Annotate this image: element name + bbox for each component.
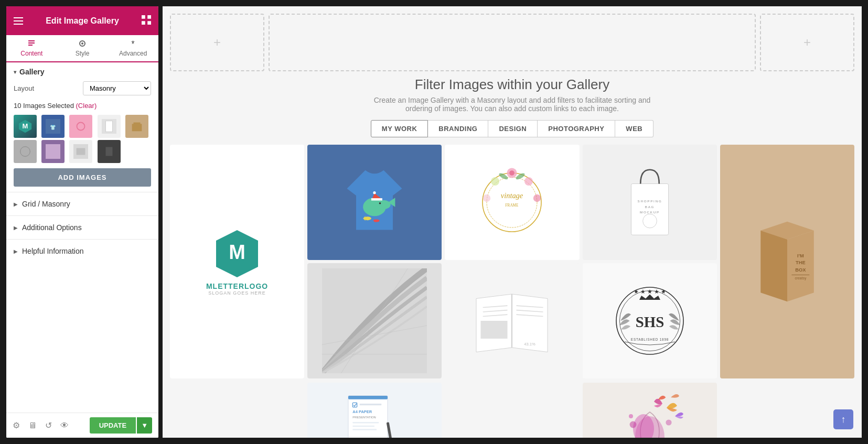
- thumb-9[interactable]: [98, 140, 121, 163]
- gallery-item-tshirt[interactable]: [307, 145, 442, 260]
- thumb-7[interactable]: [41, 140, 65, 163]
- svg-point-28: [377, 200, 391, 210]
- tab-advanced[interactable]: Advanced: [108, 35, 158, 61]
- thumb-3[interactable]: [69, 115, 92, 138]
- gallery-grid: M MLETTERLOGO SLOGAN GOES HERE: [163, 145, 862, 386]
- clear-link[interactable]: (Clear): [76, 102, 97, 110]
- svg-point-101: [629, 421, 636, 428]
- gallery-section-label: Gallery: [19, 68, 44, 76]
- svg-text:SHOPPING: SHOPPING: [637, 199, 662, 203]
- filter-tabs: MY WORK BRANDING DESIGN PHOTOGRAPHY WEB: [163, 120, 862, 145]
- gallery-grid-row2: A4 PAPER PRESENTATION: [163, 383, 862, 438]
- filter-heading: Filter Images within your Gallery: [173, 77, 851, 93]
- thumb-8[interactable]: [69, 140, 92, 163]
- svg-rect-13: [105, 121, 112, 132]
- thumb-1[interactable]: M: [14, 115, 37, 138]
- gallery-item-vintage[interactable]: vintage FRAME: [445, 145, 579, 260]
- thumb-5[interactable]: [125, 115, 148, 138]
- add-images-button[interactable]: ADD IMAGES: [14, 168, 151, 187]
- svg-rect-1: [147, 15, 151, 19]
- footer-icons: ⚙ 🖥 ↺ 👁: [13, 420, 69, 430]
- sidebar-title: Edit Image Gallery: [46, 16, 119, 26]
- svg-rect-32: [371, 198, 382, 200]
- undo-icon[interactable]: ↺: [45, 420, 52, 430]
- thumb-4[interactable]: [98, 115, 121, 138]
- filter-tab-photography[interactable]: PHOTOGRAPHY: [538, 120, 615, 137]
- placeholder-center: [269, 14, 756, 71]
- svg-text:ESTABLISHED 1898: ESTABLISHED 1898: [631, 338, 669, 341]
- svg-text:vintage: vintage: [501, 191, 523, 200]
- tab-style[interactable]: Style: [57, 35, 108, 61]
- svg-text:M: M: [229, 241, 245, 263]
- svg-point-43: [524, 177, 533, 186]
- svg-rect-16: [133, 123, 140, 125]
- placeholder-right[interactable]: +: [760, 14, 854, 71]
- gallery-item-arch[interactable]: [307, 263, 442, 378]
- svg-text:MOCKUP: MOCKUP: [640, 210, 660, 214]
- svg-text:PRESENTATION: PRESENTATION: [353, 416, 376, 419]
- svg-rect-19: [46, 144, 60, 159]
- svg-point-33: [373, 191, 376, 194]
- update-button[interactable]: UPDATE: [90, 417, 136, 434]
- gallery-item-bag[interactable]: SHOPPING BAG MOCKUP: [583, 145, 717, 260]
- tab-content[interactable]: Content: [6, 35, 57, 62]
- svg-rect-3: [147, 21, 151, 25]
- additional-options-arrow-icon: ▶: [14, 225, 18, 231]
- svg-point-5: [81, 42, 83, 45]
- thumb-6[interactable]: [14, 140, 37, 163]
- svg-rect-85: [348, 396, 388, 399]
- helpful-info-section: ▶ Helpful Information: [6, 239, 158, 263]
- grid-masonry-section: ▶ Grid / Masonry: [6, 192, 158, 215]
- desktop-icon[interactable]: 🖥: [28, 421, 37, 430]
- filter-subtext: Create an Image Gallery with a Masonry l…: [366, 96, 659, 113]
- gallery-item-book[interactable]: 43.1%: [445, 263, 579, 378]
- additional-options-label: Additional Options: [22, 223, 82, 232]
- layout-label: Layout: [14, 84, 34, 92]
- settings-icon[interactable]: ⚙: [13, 420, 20, 430]
- grid-masonry-arrow-icon: ▶: [14, 201, 18, 207]
- gallery-section-content: Layout Masonry Grid Justified 10 Images …: [6, 81, 158, 192]
- update-dropdown-button[interactable]: ▼: [137, 417, 152, 434]
- filter-tab-branding[interactable]: BRANDING: [428, 120, 488, 137]
- svg-point-102: [629, 414, 633, 418]
- gallery-item-paper[interactable]: A4 PAPER PRESENTATION: [307, 383, 442, 438]
- helpful-info-header[interactable]: ▶ Helpful Information: [6, 240, 158, 263]
- scroll-to-top-button[interactable]: ↑: [833, 409, 853, 429]
- filter-tab-design[interactable]: DESIGN: [488, 120, 538, 137]
- gallery-item-badge[interactable]: ★ ★ ★ ★ ★ SHS ESTABLISHED 1898: [583, 263, 717, 378]
- placeholder-left[interactable]: +: [170, 14, 264, 71]
- images-selected-text: 10 Images Selected: [14, 102, 74, 110]
- top-placeholder-row: + +: [163, 6, 862, 71]
- sidebar-tabs: Content Style Advanced: [6, 35, 158, 62]
- grid-icon[interactable]: [142, 15, 151, 27]
- gallery-item-logo[interactable]: M MLETTERLOGO SLOGAN GOES HERE: [170, 145, 304, 378]
- main-content: + + Filter Images within your Gallery Cr…: [163, 6, 862, 438]
- filter-tab-mywork[interactable]: MY WORK: [371, 120, 428, 137]
- filter-tab-web[interactable]: WEB: [615, 120, 653, 137]
- grid-masonry-label: Grid / Masonry: [22, 200, 70, 208]
- svg-point-30: [379, 202, 381, 204]
- svg-rect-23: [105, 147, 112, 156]
- svg-text:A4 PAPER: A4 PAPER: [353, 409, 373, 414]
- svg-rect-15: [132, 124, 142, 131]
- gallery-section-header[interactable]: ▾ Gallery: [6, 62, 158, 81]
- svg-text:THE: THE: [796, 260, 806, 265]
- hamburger-icon[interactable]: [14, 17, 23, 25]
- gallery-item-wine[interactable]: [583, 383, 717, 438]
- svg-rect-2: [142, 21, 145, 25]
- image-thumbnails: M 👕: [14, 115, 151, 163]
- gallery-item-box[interactable]: I'M THE BOX creatsy: [720, 145, 854, 378]
- svg-rect-91: [353, 426, 375, 427]
- grid-masonry-header[interactable]: ▶ Grid / Masonry: [6, 192, 158, 215]
- svg-point-44: [491, 177, 499, 186]
- svg-point-103: [666, 419, 671, 425]
- svg-point-46: [483, 194, 490, 202]
- svg-text:FRAME: FRAME: [506, 203, 519, 208]
- svg-rect-10: [73, 119, 88, 134]
- svg-point-45: [533, 194, 541, 202]
- thumb-2[interactable]: 👕: [41, 115, 65, 138]
- thumbnails-container: M 👕: [14, 115, 151, 163]
- additional-options-header[interactable]: ▶ Additional Options: [6, 216, 158, 239]
- eye-icon[interactable]: 👁: [60, 421, 69, 430]
- layout-select[interactable]: Masonry Grid Justified: [83, 81, 151, 95]
